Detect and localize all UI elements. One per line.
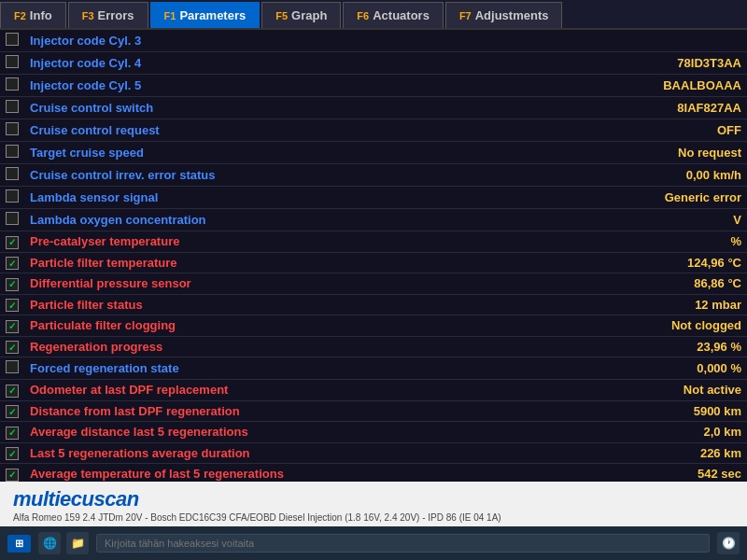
row-name-15: Forced regeneration state: [24, 357, 444, 380]
checkbox-15[interactable]: [6, 360, 19, 373]
row-checkbox-5[interactable]: [0, 142, 24, 164]
row-value-4: OFF: [444, 119, 747, 142]
row-checkbox-17[interactable]: [0, 400, 24, 422]
row-checkbox-1[interactable]: [0, 52, 24, 75]
checkbox-3[interactable]: [6, 100, 19, 113]
row-checkbox-0[interactable]: [0, 30, 24, 52]
row-value-13: Not clogged: [444, 315, 747, 337]
table-row: Cruise control irrev. error status 0,00 …: [0, 164, 747, 187]
row-checkbox-11[interactable]: [0, 273, 24, 295]
checkbox-6[interactable]: [6, 167, 19, 180]
taskbar-icon-1[interactable]: 🌐: [38, 532, 61, 554]
table-row: Cruise control switch 8IAF827AA: [0, 97, 747, 119]
row-checkbox-9[interactable]: [0, 231, 24, 253]
taskbar-search[interactable]: [96, 534, 710, 553]
row-value-7: Generic error: [444, 187, 747, 209]
table-row: Last 5 regenerations average duration 22…: [0, 442, 747, 464]
checkbox-8[interactable]: [6, 212, 19, 225]
row-name-13: Particulate filter clogging: [24, 315, 444, 337]
table-row: Pre-catalyser temperature %: [0, 231, 747, 253]
checkbox-2[interactable]: [6, 77, 19, 91]
start-button[interactable]: ⊞: [7, 535, 31, 553]
row-checkbox-3[interactable]: [0, 97, 24, 119]
tab-key: F7: [459, 10, 472, 21]
row-value-5: No request: [444, 142, 747, 164]
row-checkbox-8[interactable]: [0, 209, 24, 231]
checkbox-1[interactable]: [6, 55, 19, 68]
tab-key: F1: [164, 10, 176, 21]
checkbox-17[interactable]: [6, 405, 19, 418]
row-checkbox-12[interactable]: [0, 294, 24, 315]
checkbox-10[interactable]: [6, 257, 19, 270]
checkbox-13[interactable]: [6, 320, 19, 333]
checkbox-9[interactable]: [6, 236, 19, 249]
row-name-19: Last 5 regenerations average duration: [24, 442, 444, 464]
row-checkbox-6[interactable]: [0, 164, 24, 187]
checkbox-20[interactable]: [6, 469, 19, 482]
row-value-10: 124,96 °C: [444, 252, 747, 273]
tab-bar: F2InfoF3ErrorsF1ParametersF5GraphF6Actua…: [0, 0, 747, 30]
tab-info[interactable]: F2Info: [0, 2, 66, 28]
checkbox-19[interactable]: [6, 447, 19, 460]
table-row: Particulate filter clogging Not clogged: [0, 315, 747, 337]
row-name-0: Injector code Cyl. 3: [24, 30, 444, 52]
table-row: Particle filter status 12 mbar: [0, 294, 747, 315]
table-row: Distance from last DPF regeneration 5900…: [0, 400, 747, 422]
row-value-0: [444, 30, 747, 52]
brand-name: multiecuscan: [13, 487, 734, 511]
checkbox-5[interactable]: [6, 145, 19, 158]
row-checkbox-13[interactable]: [0, 315, 24, 337]
row-checkbox-16[interactable]: [0, 380, 24, 401]
checkbox-4[interactable]: [6, 122, 19, 135]
row-value-20: 542 sec: [444, 464, 747, 483]
row-name-6: Cruise control irrev. error status: [24, 164, 444, 187]
checkbox-11[interactable]: [6, 278, 19, 291]
checkbox-18[interactable]: [6, 427, 19, 440]
row-value-3: 8IAF827AA: [444, 97, 747, 119]
taskbar-icon-2[interactable]: 📁: [66, 532, 89, 554]
checkbox-7[interactable]: [6, 189, 19, 203]
row-checkbox-15[interactable]: [0, 357, 24, 380]
row-name-1: Injector code Cyl. 4: [24, 52, 444, 75]
row-checkbox-2[interactable]: [0, 75, 24, 97]
tab-key: F2: [14, 10, 26, 21]
tab-parameters[interactable]: F1Parameters: [150, 2, 261, 28]
row-value-15: 0,000 %: [444, 357, 747, 380]
row-checkbox-18[interactable]: [0, 422, 24, 443]
row-name-5: Target cruise speed: [24, 142, 444, 164]
tab-graph[interactable]: F5Graph: [261, 2, 341, 28]
row-checkbox-14[interactable]: [0, 336, 24, 357]
row-value-18: 2,0 km: [444, 422, 747, 443]
table-row: Lambda oxygen concentration V: [0, 209, 747, 231]
row-checkbox-4[interactable]: [0, 119, 24, 142]
row-checkbox-7[interactable]: [0, 187, 24, 209]
tab-errors[interactable]: F3Errors: [68, 2, 148, 28]
table-row: Regeneration progress 23,96 %: [0, 336, 747, 357]
row-checkbox-10[interactable]: [0, 252, 24, 273]
tab-key: F6: [357, 10, 369, 21]
table-row: Average temperature of last 5 regenerati…: [0, 464, 747, 483]
row-value-11: 86,86 °C: [444, 273, 747, 295]
vehicle-info: Alfa Romeo 159 2.4 JTDm 20V - Bosch EDC1…: [13, 512, 734, 523]
tab-key: F3: [82, 10, 94, 21]
checkbox-0[interactable]: [6, 33, 19, 46]
content-area: Injector code Cyl. 3 Injector code Cyl. …: [0, 30, 747, 482]
table-row: Differential pressure sensor 86,86 °C: [0, 273, 747, 295]
tab-adjustments[interactable]: F7Adjustments: [445, 2, 563, 28]
table-row: Particle filter temperature 124,96 °C: [0, 252, 747, 273]
taskbar-clock: 🕐: [717, 532, 740, 554]
checkbox-14[interactable]: [6, 341, 19, 354]
row-checkbox-19[interactable]: [0, 442, 24, 464]
row-name-3: Cruise control switch: [24, 97, 444, 119]
row-checkbox-20[interactable]: [0, 464, 24, 483]
tab-actuators[interactable]: F6Actuators: [343, 2, 444, 28]
table-row: Cruise control request OFF: [0, 119, 747, 142]
row-name-17: Distance from last DPF regeneration: [24, 400, 444, 422]
row-name-12: Particle filter status: [24, 294, 444, 315]
row-name-10: Particle filter temperature: [24, 252, 444, 273]
checkbox-12[interactable]: [6, 299, 19, 312]
table-row: Injector code Cyl. 5 BAALBOAAA: [0, 75, 747, 97]
table-row: Injector code Cyl. 3: [0, 30, 747, 52]
checkbox-16[interactable]: [6, 385, 19, 398]
row-name-2: Injector code Cyl. 5: [24, 75, 444, 97]
